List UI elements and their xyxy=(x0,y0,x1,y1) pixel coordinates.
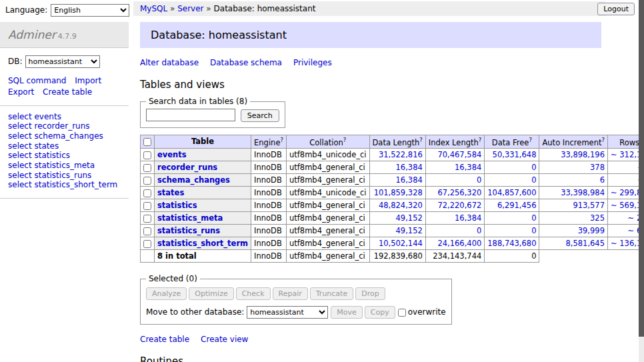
select-table-link[interactable]: select xyxy=(8,151,32,160)
sidebar-link-import[interactable]: Import xyxy=(75,76,101,85)
link-create-view[interactable]: Create view xyxy=(201,335,248,344)
action-privileges[interactable]: Privileges xyxy=(293,58,332,67)
table-name-link-events[interactable]: events xyxy=(34,112,61,121)
repair-button[interactable]: Repair xyxy=(273,287,308,300)
sidebar-link-sql-command[interactable]: SQL command xyxy=(8,76,66,85)
table-name-link-recorder_runs[interactable]: recorder_runs xyxy=(34,121,89,131)
move-db-select[interactable]: homeassistant xyxy=(247,306,328,319)
app-name[interactable]: Adminer xyxy=(8,28,56,41)
auto-increment-link[interactable]: 39,999 xyxy=(578,226,605,235)
data-length-link[interactable]: 31,522,816 xyxy=(379,150,423,159)
auto-increment-link[interactable]: 8,581,645 xyxy=(565,239,605,248)
help-icon[interactable]: ? xyxy=(280,137,283,143)
help-icon[interactable]: ? xyxy=(343,137,347,143)
action-alter-database[interactable]: Alter database xyxy=(140,58,199,67)
table-link-events[interactable]: events xyxy=(157,150,187,159)
column-header-engine[interactable]: Engine? xyxy=(251,135,287,149)
select-all-checkbox[interactable] xyxy=(143,138,151,146)
data-free-link[interactable]: 0 xyxy=(531,213,536,223)
table-name-link-statistics_runs[interactable]: statistics_runs xyxy=(34,171,91,180)
index-length-link[interactable]: 0 xyxy=(477,175,481,185)
table-link-statistics_meta[interactable]: statistics_meta xyxy=(157,213,223,223)
help-icon[interactable]: ? xyxy=(601,137,605,143)
table-name-link-states[interactable]: states xyxy=(34,141,59,151)
help-icon[interactable]: ? xyxy=(419,137,423,143)
check-button[interactable]: Check xyxy=(236,287,271,300)
data-free-link[interactable]: 6,291,456 xyxy=(497,201,537,210)
data-free-link[interactable]: 0 xyxy=(531,226,536,235)
analyze-button[interactable]: Analyze xyxy=(146,287,187,300)
data-free-link[interactable]: 0 xyxy=(531,163,536,172)
drop-button[interactable]: Drop xyxy=(355,287,385,300)
select-table-link[interactable]: select xyxy=(8,171,32,180)
action-database-schema[interactable]: Database schema xyxy=(210,58,282,67)
row-checkbox[interactable] xyxy=(143,202,151,210)
auto-increment-link[interactable]: 913,577 xyxy=(573,201,605,210)
data-free-link[interactable]: 104,857,600 xyxy=(487,188,536,197)
data-length-link[interactable]: 48,824,320 xyxy=(379,201,423,210)
auto-increment-link[interactable]: 378 xyxy=(590,163,605,172)
data-free-link[interactable]: 50,331,648 xyxy=(493,150,537,159)
breadcrumb-item-mysql[interactable]: MySQL xyxy=(140,4,167,13)
row-checkbox[interactable] xyxy=(143,189,151,197)
select-table-link[interactable]: select xyxy=(8,161,32,170)
table-name-link-schema_changes[interactable]: schema_changes xyxy=(34,131,103,141)
index-length-link[interactable]: 70,467,584 xyxy=(437,150,481,159)
data-free-link[interactable]: 188,743,680 xyxy=(487,239,536,248)
select-table-link[interactable]: select xyxy=(8,180,32,189)
table-name-link-statistics[interactable]: statistics xyxy=(34,151,70,160)
row-checkbox[interactable] xyxy=(143,227,151,235)
copy-button[interactable]: Copy xyxy=(365,306,395,319)
auto-increment-link[interactable]: 33,398,984 xyxy=(561,188,605,197)
column-header-auto-increment[interactable]: Auto Increment? xyxy=(539,135,608,149)
sidebar-link-create-table[interactable]: Create table xyxy=(43,87,92,97)
row-checkbox[interactable] xyxy=(143,215,151,223)
scrollbar-thumb[interactable] xyxy=(639,0,644,337)
search-input[interactable] xyxy=(146,109,235,121)
auto-increment-link[interactable]: 325 xyxy=(590,213,605,223)
breadcrumb-item-server[interactable]: Server xyxy=(177,4,203,13)
truncate-button[interactable]: Truncate xyxy=(310,287,353,300)
column-header-data-free[interactable]: Data Free? xyxy=(485,135,539,149)
table-name-link-statistics_meta[interactable]: statistics_meta xyxy=(34,161,95,170)
column-header-index-length[interactable]: Index Length? xyxy=(425,135,485,149)
data-length-link[interactable]: 16,384 xyxy=(396,175,423,185)
table-link-statistics[interactable]: statistics xyxy=(157,201,197,210)
index-length-link[interactable]: 67,256,320 xyxy=(437,188,481,197)
db-select[interactable]: homeassistant xyxy=(25,55,100,68)
sidebar-link-export[interactable]: Export xyxy=(8,87,34,97)
help-icon[interactable]: ? xyxy=(479,137,482,143)
select-table-link[interactable]: select xyxy=(8,141,32,151)
row-checkbox[interactable] xyxy=(143,240,151,248)
logout-button[interactable]: Logout xyxy=(597,3,635,15)
table-link-statistics_runs[interactable]: statistics_runs xyxy=(157,226,220,235)
index-length-link[interactable]: 72,220,672 xyxy=(437,201,481,210)
data-length-link[interactable]: 16,384 xyxy=(396,163,423,172)
language-select[interactable]: English xyxy=(51,4,129,17)
table-name-link-statistics_short_term[interactable]: statistics_short_term xyxy=(34,180,117,189)
select-table-link[interactable]: select xyxy=(8,121,32,131)
auto-increment-link[interactable]: 33,898,196 xyxy=(561,150,605,159)
index-length-link[interactable]: 16,384 xyxy=(455,213,481,223)
optimize-button[interactable]: Optimize xyxy=(189,287,233,300)
move-button[interactable]: Move xyxy=(331,306,363,319)
row-checkbox[interactable] xyxy=(143,151,151,159)
data-length-link[interactable]: 49,152 xyxy=(396,213,423,223)
link-create-table[interactable]: Create table xyxy=(140,335,189,344)
table-link-statistics_short_term[interactable]: statistics_short_term xyxy=(157,239,248,248)
index-length-link[interactable]: 16,384 xyxy=(455,163,481,172)
column-header-data-length[interactable]: Data Length? xyxy=(369,135,425,149)
row-checkbox[interactable] xyxy=(143,164,151,172)
overwrite-checkbox[interactable] xyxy=(398,309,406,317)
scrollbar[interactable] xyxy=(639,0,644,362)
index-length-link[interactable]: 24,166,400 xyxy=(437,239,481,248)
search-button[interactable]: Search xyxy=(241,109,279,122)
row-checkbox[interactable] xyxy=(143,177,151,185)
select-table-link[interactable]: select xyxy=(8,112,32,121)
data-length-link[interactable]: 49,152 xyxy=(396,226,423,235)
auto-increment-link[interactable]: 6 xyxy=(600,175,605,185)
help-icon[interactable]: ? xyxy=(529,137,532,143)
table-link-recorder_runs[interactable]: recorder_runs xyxy=(157,163,217,172)
column-header-collation[interactable]: Collation? xyxy=(286,135,369,149)
table-link-states[interactable]: states xyxy=(157,188,184,197)
